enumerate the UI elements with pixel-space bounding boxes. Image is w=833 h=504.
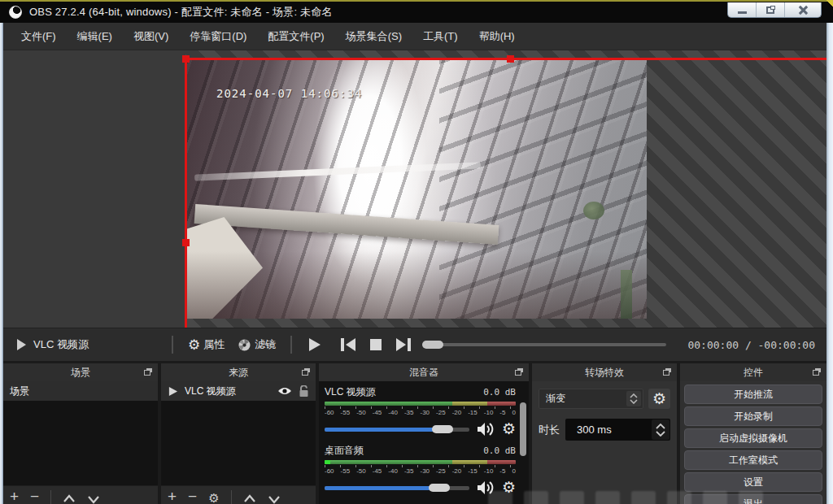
meter-scale: -60-55-50-45-40-35-30-25-20-15-10-50 xyxy=(325,409,516,416)
menu-docks[interactable]: 停靠窗口(D) xyxy=(181,24,255,49)
volume-thumb[interactable] xyxy=(432,425,453,433)
video-shadow xyxy=(185,251,647,319)
controls-dock: 控件 开始推流 开始录制 启动虚拟摄像机 工作室模式 设置 退出 xyxy=(680,363,826,504)
minimize-icon xyxy=(738,11,747,14)
menu-view[interactable]: 视图(V) xyxy=(124,24,177,49)
properties-button[interactable]: ⚙ 属性 xyxy=(181,337,231,352)
controls-header[interactable]: 控件 xyxy=(680,363,826,381)
selection-border-top xyxy=(185,58,826,60)
toolbar-separator xyxy=(50,490,51,504)
media-next-button[interactable] xyxy=(390,333,417,356)
channel-level: 0.0 dB xyxy=(483,387,516,398)
transition-settings-button[interactable]: ⚙ xyxy=(648,389,670,409)
toolbar-separator xyxy=(290,336,292,354)
volume-slider[interactable] xyxy=(325,425,469,433)
settings-button[interactable]: 设置 xyxy=(684,472,822,492)
remove-scene-button[interactable]: − xyxy=(30,489,39,504)
source-play-state-icon xyxy=(9,333,33,356)
media-seek-slider[interactable] xyxy=(422,341,666,349)
preview-canvas[interactable]: 2024-04-07 14:06:34 xyxy=(2,50,826,328)
move-scene-up-button[interactable] xyxy=(63,493,76,504)
move-source-down-button[interactable] xyxy=(268,493,281,504)
remove-source-button[interactable]: − xyxy=(188,489,197,504)
chevron-up-icon xyxy=(630,393,638,398)
video-green-strip xyxy=(621,270,632,319)
transitions-body: 渐变 ⚙ 时长 300 ms xyxy=(532,381,677,504)
camera-timestamp: 2024-04-07 14:06:34 xyxy=(216,87,362,100)
menu-help[interactable]: 帮助(H) xyxy=(470,24,524,49)
combo-spinner[interactable] xyxy=(626,391,641,406)
move-source-up-button[interactable] xyxy=(243,493,256,504)
media-toolbar: VLC 视频源 ⚙ 属性 滤镜 00:00:00 / -00:00:00 xyxy=(2,328,826,361)
sources-toolbar: + − ⚙ xyxy=(161,485,316,504)
stop-icon xyxy=(369,338,382,351)
window-frame-right xyxy=(826,23,833,504)
media-previous-button[interactable] xyxy=(334,333,362,356)
speaker-icon[interactable] xyxy=(477,422,495,437)
window-frame-left xyxy=(0,23,3,504)
video-source-preview[interactable]: 2024-04-07 14:06:34 xyxy=(185,59,647,319)
volume-thumb[interactable] xyxy=(429,484,450,492)
maximize-button[interactable] xyxy=(757,2,785,17)
chevron-down-icon xyxy=(656,431,665,437)
float-dock-icon[interactable] xyxy=(813,368,821,376)
selection-handle-top-center[interactable] xyxy=(507,55,514,63)
chevron-up-icon xyxy=(656,424,665,429)
visibility-eye-icon[interactable] xyxy=(277,386,292,396)
lock-icon[interactable] xyxy=(299,385,309,398)
window-title: OBS 27.2.4 (64-bit, windows) - 配置文件: 未命名… xyxy=(29,5,333,20)
close-button[interactable] xyxy=(785,2,821,17)
selection-handle-top-left[interactable] xyxy=(182,55,190,63)
menu-profile[interactable]: 配置文件(P) xyxy=(259,24,333,49)
channel-settings-gear-icon[interactable]: ⚙ xyxy=(502,421,516,437)
channel-level: 0.0 dB xyxy=(483,445,516,456)
sources-list: VLC 视频源 + − ⚙ xyxy=(161,381,316,504)
mixer-scrollbar[interactable] xyxy=(520,402,526,456)
menu-tools[interactable]: 工具(T) xyxy=(414,24,467,49)
seek-thumb[interactable] xyxy=(422,341,443,349)
start-recording-button[interactable]: 开始录制 xyxy=(684,406,822,426)
start-streaming-button[interactable]: 开始推流 xyxy=(684,385,822,404)
scenes-dock: 场景 场景 + − xyxy=(3,363,158,504)
sources-header[interactable]: 来源 xyxy=(161,363,316,381)
media-play-button[interactable] xyxy=(300,333,328,356)
menu-scene-collection[interactable]: 场景集合(S) xyxy=(337,24,411,49)
filters-button[interactable]: 滤镜 xyxy=(231,337,282,352)
obs-logo-icon xyxy=(9,6,22,19)
play-icon xyxy=(306,337,322,353)
transition-select[interactable]: 渐变 xyxy=(539,389,643,409)
desktop-corner xyxy=(825,0,833,8)
add-source-button[interactable]: + xyxy=(168,489,177,504)
float-dock-icon[interactable] xyxy=(663,368,671,376)
media-time: 00:00:00 / -00:00:00 xyxy=(687,339,815,351)
float-dock-icon[interactable] xyxy=(302,368,310,376)
scene-list-item[interactable]: 场景 xyxy=(3,381,158,401)
source-properties-gear-button[interactable]: ⚙ xyxy=(208,490,219,504)
spinbox-arrows[interactable] xyxy=(652,419,669,440)
scenes-header[interactable]: 场景 xyxy=(3,363,158,381)
transitions-header[interactable]: 转场特效 xyxy=(532,363,677,381)
mixer-channel: VLC 视频源 0.0 dB xyxy=(325,385,516,399)
maximize-icon xyxy=(766,7,774,14)
menu-file[interactable]: 文件(F) xyxy=(12,24,65,49)
duration-label: 时长 xyxy=(539,423,560,437)
channel-name: 桌面音频 xyxy=(325,444,364,458)
controls-body: 开始推流 开始录制 启动虚拟摄像机 工作室模式 设置 退出 xyxy=(680,381,826,504)
studio-mode-button[interactable]: 工作室模式 xyxy=(684,450,822,470)
meter-scale: -60-55-50-45-40-35-30-25-20-15-10-50 xyxy=(325,467,516,475)
selection-handle-left-middle[interactable] xyxy=(182,239,190,246)
add-scene-button[interactable]: + xyxy=(10,489,19,504)
volume-slider[interactable] xyxy=(325,484,469,492)
media-stop-button[interactable] xyxy=(362,333,390,356)
minimize-button[interactable] xyxy=(728,2,757,17)
float-dock-icon[interactable] xyxy=(515,368,523,376)
float-dock-icon[interactable] xyxy=(144,368,152,376)
mixer-header[interactable]: 混音器 xyxy=(319,363,529,381)
duration-spinbox[interactable]: 300 ms xyxy=(565,419,670,441)
menu-edit[interactable]: 编辑(E) xyxy=(68,24,121,49)
start-virtual-camera-button[interactable]: 启动虚拟摄像机 xyxy=(684,428,822,448)
move-scene-down-button[interactable] xyxy=(87,493,100,504)
source-list-item[interactable]: VLC 视频源 xyxy=(161,381,316,401)
mixer-channel: 桌面音频 0.0 dB xyxy=(325,444,516,458)
next-icon xyxy=(395,337,412,352)
